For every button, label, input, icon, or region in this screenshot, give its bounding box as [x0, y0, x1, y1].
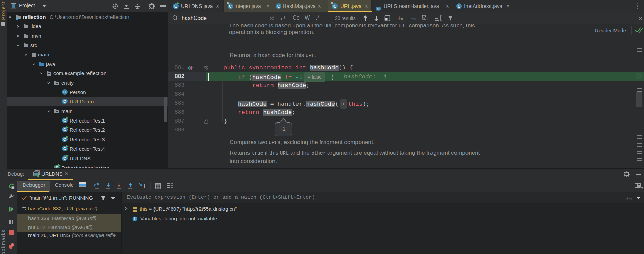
svg-text:C: C — [377, 7, 380, 11]
